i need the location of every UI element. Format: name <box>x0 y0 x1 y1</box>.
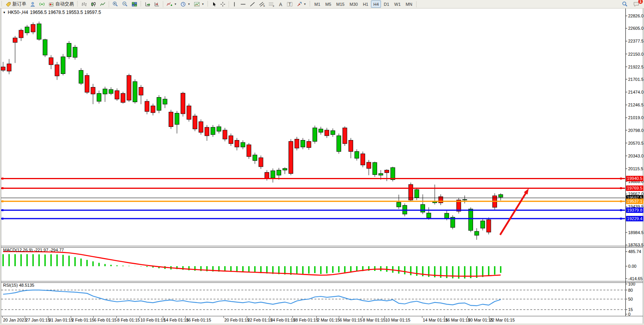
auto-scroll-icon <box>145 2 150 7</box>
fibonacci-button[interactable]: F <box>267 0 276 8</box>
timeframe-h1-button[interactable]: H1 <box>360 0 371 8</box>
cursor-icon <box>212 2 217 7</box>
text-button[interactable]: A <box>277 0 285 8</box>
svg-text:21019.0: 21019.0 <box>628 115 644 120</box>
autotrading-label: 自动交易 <box>55 1 74 7</box>
dropdown-arrow-icon: ▼ <box>188 3 190 5</box>
toolbar-grip[interactable] <box>207 1 209 7</box>
svg-text:A: A <box>279 2 282 7</box>
auto-scroll-button[interactable] <box>143 0 152 8</box>
arrows-button[interactable]: ▼ <box>295 0 308 8</box>
toolbar-grip[interactable] <box>77 1 79 7</box>
tile-windows-button[interactable] <box>130 0 139 8</box>
svg-text:80: 80 <box>628 288 633 292</box>
vertical-line-icon <box>232 2 237 7</box>
svg-text:20 Jan 2023: 20 Jan 2023 <box>3 318 27 322</box>
svg-text:22605.0: 22605.0 <box>628 26 644 31</box>
svg-text:27 Jan 01:15: 27 Jan 01:15 <box>26 318 50 322</box>
svg-text:31 Jan 01:15: 31 Jan 01:15 <box>49 318 73 322</box>
svg-text:20343.0: 20343.0 <box>628 154 644 158</box>
toolbar-separator <box>229 1 229 7</box>
svg-text:21922.5: 21922.5 <box>628 65 644 69</box>
chart-shift-button[interactable] <box>152 0 161 8</box>
bar-chart-button[interactable] <box>80 0 89 8</box>
signal-icon <box>39 2 45 7</box>
clock-icon <box>180 2 186 7</box>
fibonacci-icon: F <box>268 2 275 7</box>
periods-button[interactable]: ▼ <box>179 0 192 8</box>
dropdown-arrow-icon: ▼ <box>174 3 177 5</box>
svg-text:21474.0: 21474.0 <box>628 90 644 94</box>
new-order-icon <box>5 2 11 7</box>
svg-text:E: E <box>263 5 265 7</box>
text-label-button[interactable]: T <box>285 0 294 8</box>
line-chart-icon <box>100 2 106 7</box>
new-order-button[interactable]: 新订单 <box>4 0 28 8</box>
mt4-window: 22826.022605.022377.522150.021922.521701… <box>0 0 644 325</box>
zoom-in-icon <box>112 1 118 7</box>
svg-text:21701.5: 21701.5 <box>628 77 644 82</box>
timeframe-m30-button[interactable]: M30 <box>347 0 360 8</box>
timeframe-w1-button[interactable]: W1 <box>392 0 403 8</box>
svg-text:F: F <box>273 5 274 7</box>
cursor-button[interactable] <box>210 0 218 8</box>
indicators-icon <box>166 2 173 7</box>
svg-text:14 Mar 01:15: 14 Mar 01:15 <box>423 318 448 322</box>
timeframe-mn-button[interactable]: MN <box>403 0 415 8</box>
timeframe-m1-button[interactable]: M1 <box>312 0 323 8</box>
timeframe-m15-button[interactable]: M15 <box>334 0 347 8</box>
toolbar-grip[interactable] <box>309 1 311 7</box>
timeframe-d1-button[interactable]: D1 <box>381 0 391 8</box>
zoom-out-button[interactable] <box>120 0 130 8</box>
svg-text:50: 50 <box>628 297 633 301</box>
signals-button[interactable] <box>38 0 46 8</box>
svg-text:24 Feb 01:15: 24 Feb 01:15 <box>270 318 296 322</box>
toolbar: 新订单 自动交易 <box>0 0 644 9</box>
candlestick-chart-button[interactable] <box>89 0 98 8</box>
toolbar-grip[interactable] <box>140 1 142 7</box>
templates-button[interactable]: ▼ <box>192 0 206 8</box>
notification-count-badge: 1 <box>638 0 643 4</box>
search-button[interactable] <box>620 0 629 8</box>
candlestick-icon <box>91 2 96 7</box>
zoom-in-button[interactable] <box>111 0 120 8</box>
new-order-label: 新订单 <box>12 1 26 7</box>
indicators-button[interactable]: ▼ <box>165 0 178 8</box>
svg-text:16 Mar 01:15: 16 Mar 01:15 <box>445 318 470 322</box>
svg-text:19537.1: 19537.1 <box>627 199 642 204</box>
svg-text:-414.65: -414.65 <box>628 276 642 281</box>
template-icon <box>194 2 200 7</box>
dropdown-arrow-icon: ▼ <box>202 3 204 5</box>
timeframe-m5-button[interactable]: M5 <box>323 0 333 8</box>
timeframe-h4-button[interactable]: H4 <box>371 0 381 8</box>
svg-text:14 Feb 01:15: 14 Feb 01:15 <box>164 318 189 322</box>
svg-text:485.74: 485.74 <box>628 249 641 254</box>
svg-text:22377.5: 22377.5 <box>628 39 644 43</box>
svg-text:2 Feb 01:15: 2 Feb 01:15 <box>72 318 94 322</box>
tile-windows-icon <box>132 2 137 7</box>
equidistant-channel-button[interactable]: E <box>257 0 266 8</box>
trendline-icon <box>249 2 255 7</box>
svg-text:22826.0: 22826.0 <box>628 14 644 18</box>
crosshair-button[interactable] <box>219 0 227 8</box>
notifications-button[interactable]: 1 <box>632 0 641 8</box>
svg-text:22150.0: 22150.0 <box>628 52 644 56</box>
svg-text:10 Mar 01:15: 10 Mar 01:15 <box>385 318 410 322</box>
line-chart-button[interactable] <box>98 0 107 8</box>
zoom-out-icon <box>122 1 128 7</box>
horizontal-line-button[interactable] <box>239 0 248 8</box>
chart-shift-icon <box>154 2 160 7</box>
horizontal-line-icon <box>240 2 246 7</box>
svg-text:6 Mar 01:15: 6 Mar 01:15 <box>340 318 362 322</box>
trendline-button[interactable] <box>248 0 257 8</box>
svg-text:20570.5: 20570.5 <box>628 141 644 145</box>
autotrading-button[interactable]: 自动交易 <box>47 0 75 8</box>
chart-canvas[interactable]: 22826.022605.022377.522150.021922.521701… <box>0 0 644 325</box>
svg-text:20 Feb 01:15: 20 Feb 01:15 <box>224 318 249 322</box>
toolbar-separator <box>109 1 109 7</box>
vertical-line-button[interactable] <box>231 0 238 8</box>
toolbar-grip[interactable] <box>1 1 3 7</box>
arrows-icon <box>296 2 302 7</box>
community-button[interactable] <box>28 0 37 8</box>
svg-text:20798.0: 20798.0 <box>628 128 644 133</box>
